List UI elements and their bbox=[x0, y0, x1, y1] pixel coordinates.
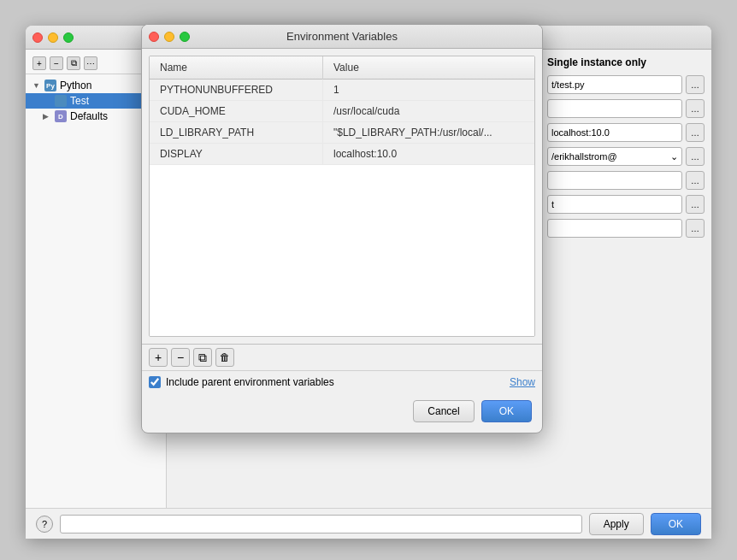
field6-row: … bbox=[547, 195, 705, 214]
field6-browse-button[interactable]: … bbox=[686, 195, 705, 214]
include-env-checkbox-label[interactable]: Include parent environment variables bbox=[149, 376, 334, 388]
user-select-value: /erikhallstrom@ bbox=[551, 151, 617, 162]
dialog-buttons: Cancel OK bbox=[142, 393, 542, 433]
table-empty-area bbox=[150, 165, 534, 336]
user-browse-button[interactable]: … bbox=[686, 147, 705, 166]
field7-row: … bbox=[547, 219, 705, 238]
dialog-toolbar: + − ⧉ 🗑 bbox=[142, 344, 542, 370]
ide-traffic-lights bbox=[32, 32, 74, 43]
right-panel-title: Single instance only bbox=[547, 56, 705, 68]
show-link[interactable]: Show bbox=[510, 376, 535, 388]
dialog-traffic-lights bbox=[149, 32, 190, 42]
dialog-add-button[interactable]: + bbox=[149, 348, 168, 367]
python-arrow-icon: ▼ bbox=[32, 81, 41, 90]
field7-browse-button[interactable]: … bbox=[686, 219, 705, 238]
env-table: Name Value PYTHONUNBUFFERED1CUDA_HOME/us… bbox=[150, 56, 534, 165]
table-row[interactable]: LD_LIBRARY_PATH"$LD_LIBRARY_PATH:/usr/lo… bbox=[150, 122, 534, 144]
dialog-title: Environment Variables bbox=[286, 30, 398, 43]
apply-button[interactable]: Apply bbox=[589, 513, 644, 535]
dialog-titlebar: Environment Variables bbox=[142, 25, 542, 49]
sidebar-add-button[interactable]: + bbox=[32, 56, 46, 70]
sidebar-defaults-label: Defaults bbox=[70, 110, 108, 122]
defaults-arrow-icon: ▶ bbox=[43, 112, 51, 121]
row-value-cell: localhost:10.0 bbox=[323, 144, 535, 165]
field2-browse-button[interactable]: … bbox=[686, 99, 705, 118]
dialog-close-button[interactable] bbox=[149, 32, 159, 42]
help-button[interactable]: ? bbox=[36, 516, 53, 533]
table-header-row: Name Value bbox=[150, 56, 534, 80]
script-path-input[interactable] bbox=[547, 75, 682, 94]
env-dialog: Environment Variables Name Value PYTHONU… bbox=[141, 24, 543, 433]
script-path-row: … bbox=[547, 75, 705, 94]
field2-row: … bbox=[547, 99, 705, 118]
env-table-container: Name Value PYTHONUNBUFFERED1CUDA_HOME/us… bbox=[149, 56, 535, 337]
field2-input[interactable] bbox=[547, 99, 682, 118]
field5-input[interactable] bbox=[547, 171, 682, 190]
bottom-field-input[interactable] bbox=[60, 515, 582, 533]
table-row[interactable]: PYTHONUNBUFFERED1 bbox=[150, 80, 534, 101]
sidebar-remove-button[interactable]: − bbox=[50, 56, 63, 70]
row-name-cell: LD_LIBRARY_PATH bbox=[150, 122, 323, 144]
row-value-cell: 1 bbox=[323, 80, 535, 101]
script-path-browse-button[interactable]: … bbox=[686, 75, 705, 94]
ide-bottom-bar: ? Apply OK bbox=[26, 508, 711, 539]
include-env-checkbox[interactable] bbox=[149, 376, 161, 388]
row-name-cell: CUDA_HOME bbox=[150, 101, 323, 122]
ide-close-button[interactable] bbox=[32, 32, 43, 43]
field5-browse-button[interactable]: … bbox=[686, 171, 705, 190]
col-value-header: Value bbox=[323, 56, 535, 80]
display-row: … bbox=[547, 123, 705, 142]
row-name-cell: DISPLAY bbox=[150, 144, 323, 165]
field6-input[interactable] bbox=[547, 195, 682, 214]
table-row[interactable]: DISPLAYlocalhost:10.0 bbox=[150, 144, 534, 165]
include-env-label: Include parent environment variables bbox=[166, 376, 334, 388]
user-select-arrow-icon: ⌄ bbox=[670, 151, 678, 162]
ide-maximize-button[interactable] bbox=[63, 32, 74, 43]
sidebar-more-button[interactable]: ⋯ bbox=[84, 56, 97, 70]
field7-input[interactable] bbox=[547, 219, 682, 238]
sidebar-copy-button[interactable]: ⧉ bbox=[67, 56, 80, 70]
dialog-footer-row: Include parent environment variables Sho… bbox=[142, 370, 542, 393]
row-value-cell: "$LD_LIBRARY_PATH:/usr/local/... bbox=[323, 122, 535, 144]
sidebar-test-label: Test bbox=[70, 95, 89, 107]
display-browse-button[interactable]: … bbox=[686, 123, 705, 142]
dialog-maximize-button[interactable] bbox=[180, 32, 190, 42]
dialog-body: Name Value PYTHONUNBUFFERED1CUDA_HOME/us… bbox=[142, 56, 542, 433]
dialog-ok-button[interactable]: OK bbox=[481, 400, 532, 422]
dialog-delete-button[interactable]: 🗑 bbox=[215, 348, 234, 367]
dialog-copy-button[interactable]: ⧉ bbox=[193, 348, 212, 367]
field5-row: … bbox=[547, 171, 705, 190]
defaults-icon: D bbox=[55, 110, 67, 122]
dialog-minimize-button[interactable] bbox=[164, 32, 174, 42]
user-row: /erikhallstrom@ ⌄ … bbox=[547, 147, 705, 166]
table-row[interactable]: CUDA_HOME/usr/local/cuda bbox=[150, 101, 534, 122]
user-select[interactable]: /erikhallstrom@ ⌄ bbox=[547, 147, 682, 166]
test-file-icon bbox=[55, 95, 67, 107]
ok-button[interactable]: OK bbox=[651, 513, 701, 535]
ide-minimize-button[interactable] bbox=[48, 32, 58, 43]
python-icon: Py bbox=[44, 80, 56, 91]
right-panel: Single instance only … … … /erikhallstro… bbox=[540, 50, 711, 250]
display-input[interactable] bbox=[547, 123, 682, 142]
row-name-cell: PYTHONUNBUFFERED bbox=[150, 80, 323, 101]
sidebar-python-label: Python bbox=[60, 80, 91, 91]
dialog-cancel-button[interactable]: Cancel bbox=[413, 400, 474, 422]
col-name-header: Name bbox=[150, 56, 323, 80]
row-value-cell: /usr/local/cuda bbox=[323, 101, 535, 122]
dialog-remove-button[interactable]: − bbox=[171, 348, 190, 367]
